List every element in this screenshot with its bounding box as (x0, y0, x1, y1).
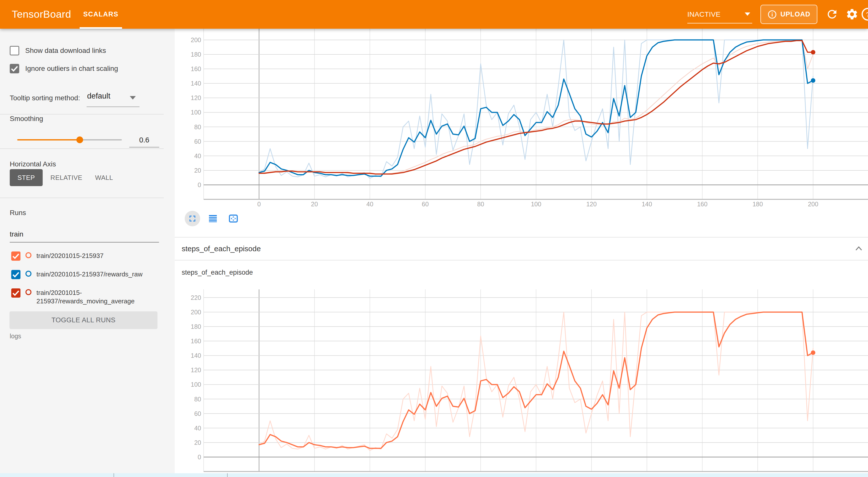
sidebar-divider (0, 149, 164, 149)
smoothing-slider-handle[interactable] (76, 136, 83, 143)
svg-text:60: 60 (194, 410, 201, 417)
run-row[interactable]: train/20201015-215937/rewards_moving_ave… (11, 288, 168, 305)
svg-text:0: 0 (198, 453, 201, 460)
section-title: steps_of_each_episode (182, 245, 261, 253)
fullscreen-icon (187, 214, 197, 224)
svg-text:220: 220 (191, 294, 201, 301)
svg-text:0: 0 (198, 181, 201, 188)
svg-text:60: 60 (422, 200, 429, 208)
ignore-outliers-label: Ignore outliers in chart scaling (25, 65, 118, 73)
smoothing-value-underline (129, 147, 159, 148)
steps-chart[interactable]: 020406080100120140160180200220 (175, 261, 868, 477)
tab-scalars[interactable]: SCALARS (80, 0, 122, 29)
help-icon[interactable]: ? (861, 7, 868, 21)
run-checkbox[interactable] (11, 252, 21, 261)
svg-text:100: 100 (191, 109, 201, 116)
status-dropdown-value: INACTIVE (687, 10, 720, 19)
card-divider (175, 260, 868, 260)
smoothing-slider-filled-track[interactable] (17, 139, 80, 140)
dashboard-content: 0204060801001201401601802000204060801001… (175, 29, 868, 477)
run-row[interactable]: train/20201015-215937 (11, 252, 168, 261)
upload-button-label: UPLOAD (780, 10, 810, 18)
run-label: train/20201015-215937 (36, 252, 168, 260)
run-row[interactable]: train/20201015-215937/rewards_raw (11, 270, 168, 279)
status-dropdown[interactable]: INACTIVE (687, 7, 752, 22)
svg-text:120: 120 (191, 94, 201, 101)
overscan-icon (228, 213, 239, 224)
svg-text:20: 20 (311, 200, 318, 208)
tab-active-indicator (80, 27, 122, 29)
toggle-y-axis-button[interactable] (205, 211, 221, 226)
run-label: train/20201015-215937/rewards_raw (36, 270, 168, 278)
svg-text:140: 140 (642, 200, 652, 208)
settings-gear-icon[interactable] (845, 8, 859, 21)
svg-text:140: 140 (191, 80, 201, 87)
section-header-steps-of-each-episode[interactable]: steps_of_each_episode (175, 237, 868, 260)
ignore-outliers-checkbox[interactable] (10, 64, 19, 73)
collapse-chevron-icon[interactable] (855, 245, 863, 253)
smoothing-value-input[interactable]: 0.6 (129, 136, 159, 144)
svg-text:160: 160 (191, 65, 201, 72)
expand-chart-button[interactable] (185, 211, 200, 226)
runs-filter-input[interactable]: train (10, 230, 23, 238)
runs-filter-underline (10, 242, 159, 243)
run-checkbox[interactable] (11, 288, 21, 298)
rewards-chart[interactable]: 0204060801001201401601802000204060801001… (175, 29, 868, 237)
refresh-icon[interactable] (826, 8, 839, 21)
axis-option-step[interactable]: STEP (10, 169, 43, 186)
strip-tick (227, 473, 227, 477)
svg-text:0: 0 (257, 200, 261, 208)
check-icon (10, 64, 19, 73)
axis-option-step-label: STEP (18, 174, 35, 182)
svg-text:180: 180 (191, 51, 201, 58)
svg-text:120: 120 (586, 200, 597, 208)
chart-toolbar (185, 210, 241, 227)
show-download-links-checkbox[interactable] (10, 46, 19, 55)
show-download-links-checkbox-row[interactable]: Show data download links (10, 45, 106, 56)
axis-option-wall[interactable]: WALL (90, 169, 118, 186)
logdir-label: logs (10, 332, 21, 340)
fit-domain-button[interactable] (226, 211, 241, 226)
toggle-all-runs-button[interactable]: TOGGLE ALL RUNS (9, 311, 157, 329)
svg-text:40: 40 (194, 152, 201, 159)
tooltip-sorting-caret-icon (130, 96, 136, 99)
svg-text:160: 160 (191, 338, 201, 345)
svg-text:200: 200 (191, 309, 201, 316)
svg-text:140: 140 (191, 352, 201, 359)
run-checkbox[interactable] (11, 270, 21, 279)
axis-option-relative[interactable]: RELATIVE (49, 169, 84, 186)
bottom-scroll-strip[interactable] (0, 473, 868, 477)
lines-icon (208, 213, 218, 224)
run-label: train/20201015-215937/rewards_moving_ave… (36, 288, 168, 305)
status-caret-icon (745, 12, 750, 16)
run-color-swatch (26, 252, 31, 258)
sidebar-divider (0, 198, 164, 198)
horizontal-axis-label: Horizontal Axis (10, 160, 56, 168)
app-header: TensorBoard SCALARS INACTIVE UPLOAD ? (0, 0, 868, 29)
ignore-outliers-checkbox-row[interactable]: Ignore outliers in chart scaling (10, 63, 118, 74)
svg-text:?: ? (866, 11, 868, 19)
check-icon (11, 288, 21, 298)
tooltip-sorting-underline (87, 106, 140, 107)
run-color-swatch (26, 271, 31, 277)
svg-text:160: 160 (697, 200, 708, 208)
svg-text:180: 180 (191, 323, 201, 330)
show-download-links-label: Show data download links (25, 46, 106, 55)
smoothing-slider-empty-track[interactable] (80, 139, 122, 140)
svg-text:80: 80 (194, 396, 201, 403)
strip-tick (114, 473, 114, 477)
svg-text:200: 200 (808, 200, 818, 208)
runs-section-label: Runs (10, 209, 26, 217)
tooltip-sorting-dropdown[interactable]: default (87, 92, 110, 100)
svg-text:80: 80 (477, 200, 484, 208)
svg-text:120: 120 (191, 367, 201, 374)
check-icon (11, 270, 21, 279)
info-icon (768, 10, 777, 19)
app-title: TensorBoard (12, 0, 71, 29)
upload-button[interactable]: UPLOAD (761, 5, 817, 24)
svg-text:100: 100 (191, 381, 201, 388)
tooltip-sorting-label: Tooltip sorting method: (10, 94, 80, 102)
axis-option-wall-label: WALL (95, 174, 113, 182)
toggle-all-runs-label: TOGGLE ALL RUNS (52, 316, 116, 324)
settings-sidebar: Show data download links Ignore outliers… (0, 29, 175, 477)
